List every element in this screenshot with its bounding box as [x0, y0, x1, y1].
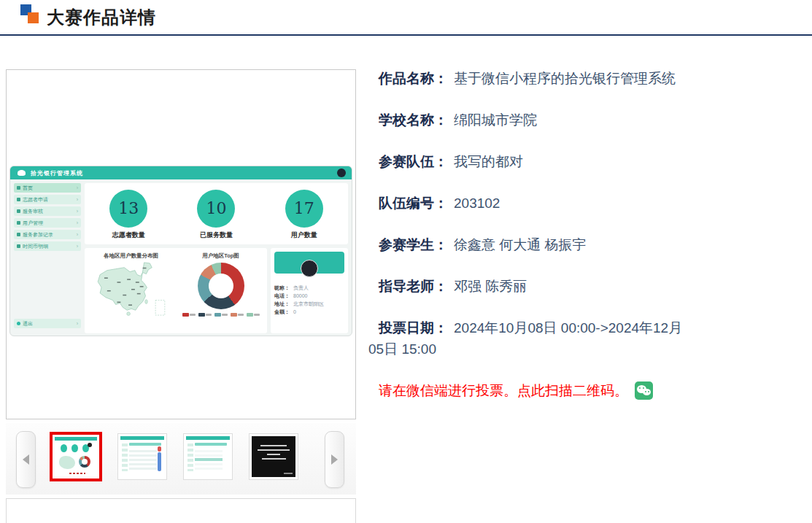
sidebar-item-home: 首页 › [14, 183, 81, 193]
profile-phone: 电话：80000 [274, 292, 344, 300]
legend-item [198, 313, 212, 317]
menu-icon [17, 233, 20, 236]
logout-icon [17, 322, 20, 325]
profile-address: 地址：北京市朝阳区 [274, 300, 344, 308]
thumbnail-4-preview [252, 436, 295, 477]
detail-label: 参赛队伍： [379, 154, 448, 169]
entry-preview-image[interactable]: 拾光银行管理系统 首页 › 志愿者申请 › [6, 69, 356, 419]
detail-value: 绵阳城市学院 [454, 112, 537, 128]
profile-avatar [301, 260, 318, 277]
stat-circle: 10 [197, 190, 235, 228]
chevron-right-icon: › [77, 244, 78, 249]
wechat-icon[interactable] [635, 381, 653, 400]
chevron-right-icon: › [77, 232, 78, 237]
dashboard-sidebar: 首页 › 志愿者申请 › 服务审核 › 用户管 [14, 183, 81, 333]
thumbnail-carousel [6, 423, 356, 495]
profile-amount: 金额：0 [274, 308, 344, 316]
donut-hole [209, 274, 233, 298]
sidebar-item-timecoin-detail: 时间币明细 › [14, 241, 81, 251]
china-map [85, 260, 178, 317]
detail-value: 基于微信小程序的拾光银行管理系统 [454, 71, 676, 86]
thumbnail-1-preview [55, 437, 97, 476]
header-divider [0, 34, 812, 36]
sidebar-item-service-records: 服务参加记录 › [14, 230, 81, 239]
profile-card: 昵称：负责人 电话：80000 地址：北京市朝阳区 金额：0 [271, 248, 348, 333]
chevron-right-icon: › [77, 197, 78, 202]
chevron-right-icon: › [77, 321, 78, 326]
detail-value: 我写的都对 [454, 154, 523, 169]
donut-chart [198, 263, 244, 309]
stat-services: 10 已服务数量 [197, 190, 235, 240]
stat-circle: 17 [285, 190, 323, 228]
thumbnail-2[interactable] [117, 433, 167, 480]
menu-icon [17, 198, 20, 201]
map-title: 各地区用户数量分布图 [104, 252, 158, 260]
carousel-prev-button[interactable] [16, 431, 36, 488]
menu-icon [17, 186, 20, 190]
orange-square-icon [28, 12, 39, 23]
thumbnail-2-preview [120, 436, 164, 477]
thumbnail-4[interactable] [249, 433, 298, 480]
sidebar-item-user-mgmt: 用户管理 › [14, 218, 81, 228]
legend-item [247, 313, 260, 317]
app-title: 拾光银行管理系统 [31, 169, 83, 177]
arrow-left-icon [23, 454, 29, 465]
dashboard-topbar: 拾光银行管理系统 [10, 166, 352, 179]
detail-row-teachers: 指导老师：邓强 陈秀丽 [368, 276, 809, 297]
detail-row-vote-date: 投票日期：2024年10月08日 00:00->2024年12月 05日 15:… [368, 317, 809, 360]
donut-title: 用户地区Top图 [202, 252, 239, 260]
contest-entry-detail-page: 大赛作品详情 拾光银行管理系统 首页 › 志愿者申请 [0, 0, 812, 523]
legend-item [182, 313, 196, 317]
sidebar-item-logout: 退出 › [14, 319, 81, 328]
topbar-avatar [337, 168, 346, 177]
app-logo-icon [18, 170, 26, 176]
thumbnail-3[interactable] [183, 433, 233, 480]
stat-volunteers: 13 志愿者数量 [109, 190, 147, 240]
detail-value: 2024年10月08日 00:00->2024年12月 [454, 320, 682, 336]
stats-card: 13 志愿者数量 10 已服务数量 17 用户数量 [85, 183, 348, 244]
profile-nickname: 昵称：负责人 [274, 284, 344, 292]
menu-icon [17, 244, 20, 248]
sidebar-item-service-review: 服务审核 › [14, 206, 81, 216]
detail-label: 投票日期： [379, 320, 448, 336]
stat-circle: 13 [109, 190, 147, 228]
thumbnail-3-preview [186, 436, 230, 477]
menu-icon [17, 221, 20, 225]
dashboard-screenshot: 拾光银行管理系统 首页 › 志愿者申请 › [9, 166, 352, 336]
charts-card: 各地区用户数量分布图 [85, 248, 267, 333]
detail-row-team-id: 队伍编号：203102 [368, 193, 809, 214]
stat-users: 17 用户数量 [285, 190, 323, 240]
detail-label: 队伍编号： [379, 195, 448, 211]
detail-value: 203102 [454, 195, 500, 211]
detail-row-team: 参赛队伍：我写的都对 [368, 151, 809, 172]
map-panel: 各地区用户数量分布图 [86, 251, 176, 330]
chevron-right-icon: › [77, 209, 78, 214]
detail-label: 作品名称： [379, 71, 448, 86]
content-section-below [6, 498, 356, 523]
menu-icon [17, 209, 20, 213]
chevron-right-icon: › [77, 220, 78, 225]
detail-row-school: 学校名称：绵阳城市学院 [368, 109, 809, 131]
title-bullet-icon [20, 4, 41, 25]
donut-panel: 用户地区Top图 [176, 251, 266, 330]
legend-item [214, 313, 228, 317]
page-title: 大赛作品详情 [47, 6, 156, 29]
carousel-next-button[interactable] [325, 431, 344, 488]
detail-label: 指导老师： [379, 279, 448, 294]
detail-label: 参赛学生： [379, 237, 448, 252]
vote-notice-link[interactable]: 请在微信端进行投票。点此扫描二维码。 [379, 383, 628, 398]
thumbnail-1-selected[interactable] [50, 432, 102, 481]
vote-notice-row: 请在微信端进行投票。点此扫描二维码。 [368, 380, 809, 401]
detail-row-students: 参赛学生：徐鑫意 何大通 杨振宇 [368, 234, 809, 255]
detail-row-work-name: 作品名称：基于微信小程序的拾光银行管理系统 [368, 68, 809, 89]
legend-item [231, 313, 244, 317]
detail-value-wrap: 05日 15:00 [368, 341, 436, 357]
arrow-right-icon [331, 454, 338, 465]
detail-value: 邓强 陈秀丽 [454, 279, 527, 294]
detail-label: 学校名称： [379, 112, 448, 128]
entry-details: 作品名称：基于微信小程序的拾光银行管理系统 学校名称：绵阳城市学院 参赛队伍：我… [368, 68, 809, 422]
donut-legend [182, 313, 260, 317]
sidebar-item-volunteer-apply: 志愿者申请 › [14, 195, 81, 204]
detail-value: 徐鑫意 何大通 杨振宇 [454, 237, 587, 252]
chevron-right-icon: › [77, 185, 78, 190]
